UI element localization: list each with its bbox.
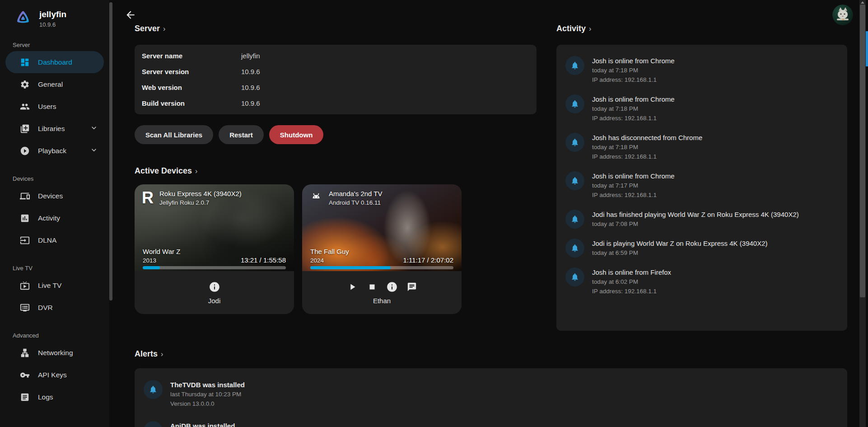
play-icon[interactable] <box>346 281 358 293</box>
activity-title: Josh is online from Chrome <box>592 94 675 104</box>
network-icon <box>20 348 30 358</box>
sidebar-item-networking[interactable]: Networking <box>0 342 109 364</box>
playback-progress-bar[interactable] <box>143 266 286 269</box>
activity-item[interactable]: Jodi has finished playing World War Z on… <box>556 205 847 234</box>
app-version: 10.9.6 <box>39 21 66 28</box>
sidebar-item-dvr[interactable]: DVR <box>0 296 109 319</box>
server-info-label: Build version <box>142 99 241 107</box>
app-title-block: jellyfin 10.9.6 <box>39 9 66 28</box>
now-playing-backdrop: Amanda's 2nd TV Android TV 0.16.11 The F… <box>302 184 462 271</box>
sidebar-item-users[interactable]: Users <box>0 95 109 117</box>
alerts-card: TheTVDB was installed last Thursday at 1… <box>135 368 847 427</box>
client-version: Android TV 0.16.11 <box>329 198 383 207</box>
session-footer: Ethan <box>302 271 462 314</box>
chat-icon[interactable] <box>406 281 418 293</box>
users-icon <box>20 102 30 112</box>
playback-progress-bar[interactable] <box>310 266 453 269</box>
bell-icon <box>565 56 584 75</box>
android-logo <box>309 191 323 204</box>
server-info-value: jellyfin <box>241 52 260 60</box>
bell-icon <box>565 267 584 286</box>
sidebar-item-playback[interactable]: Playback <box>0 140 109 162</box>
sidebar-item-logs[interactable]: Logs <box>0 386 109 408</box>
active-devices-heading[interactable]: Active Devices› <box>135 165 537 177</box>
back-button[interactable] <box>125 9 138 23</box>
jellyfin-logo-icon <box>14 9 33 28</box>
session-footer: Jodi <box>135 271 294 314</box>
activity-item[interactable]: Josh is online from Chrome today at 7:18… <box>556 89 847 128</box>
sidebar-item-label: API Keys <box>38 371 67 379</box>
activity-item[interactable]: Josh has disconnected from Chrome today … <box>556 128 847 166</box>
activity-ip: IP address: 192.168.1.1 <box>592 113 675 123</box>
session-card-roku[interactable]: R Roku Express 4K (3940X2) Jellyfin Roku… <box>135 184 294 314</box>
sidebar-item-general[interactable]: General <box>0 73 109 95</box>
heading-chevron-icon: › <box>163 25 165 33</box>
activity-title: Jodi is playing World War Z on Roku Expr… <box>592 239 768 248</box>
info-icon[interactable] <box>209 281 220 293</box>
server-info-row: Server name jellyfin <box>135 48 537 64</box>
bell-icon <box>565 171 584 190</box>
shutdown-button[interactable]: Shutdown <box>269 125 323 144</box>
page-scrollbar-thumb[interactable] <box>860 5 865 297</box>
devices-icon <box>20 191 30 201</box>
alerts-heading-label: Alerts <box>135 349 158 358</box>
activity-title: Josh is online from Chrome <box>592 171 675 181</box>
play-circle-icon <box>20 146 30 156</box>
bell-icon <box>144 380 163 399</box>
sidebar-scrollbar-thumb[interactable] <box>109 2 112 300</box>
chevron-down-icon[interactable] <box>89 123 98 134</box>
sidebar-item-live-tv[interactable]: Live TV <box>0 274 109 296</box>
activity-item[interactable]: Josh is online from Chrome today at 7:18… <box>556 51 847 89</box>
sidebar-item-label: DLNA <box>38 236 56 244</box>
sidebar-item-dlna[interactable]: DLNA <box>0 229 109 251</box>
server-info-value: 10.9.6 <box>241 84 260 91</box>
alert-item[interactable]: TheTVDB was installed last Thursday at 1… <box>144 376 838 418</box>
activity-item[interactable]: Josh is online from Chrome today at 7:17… <box>556 166 847 205</box>
alert-title: AniDB was installed <box>170 421 235 427</box>
activity-time: today at 7:18 PM <box>592 66 675 75</box>
alerts-heading[interactable]: Alerts› <box>135 348 847 360</box>
session-user: Ethan <box>373 297 391 305</box>
sidebar-item-label: Live TV <box>38 282 61 290</box>
server-info-card: Server name jellyfin Server version 10.9… <box>135 45 537 114</box>
media-title: The Fall Guy <box>310 247 453 256</box>
sidebar-item-libraries[interactable]: Libraries <box>0 117 109 140</box>
restart-button[interactable]: Restart <box>219 125 264 144</box>
activity-column: Activity› Josh is online from Chrome tod… <box>556 23 847 331</box>
activity-title: Josh is online from Firefox <box>592 267 671 277</box>
sidebar-item-dashboard[interactable]: Dashboard <box>5 51 104 73</box>
inner-scrollbar-thumb[interactable] <box>866 31 868 66</box>
scan-all-libraries-button[interactable]: Scan All Libraries <box>135 125 213 144</box>
device-name: Roku Express 4K (3940X2) <box>159 189 242 198</box>
activity-item[interactable]: Jodi is playing World War Z on Roku Expr… <box>556 234 847 263</box>
device-name: Amanda's 2nd TV <box>329 189 383 198</box>
session-controls <box>346 281 418 293</box>
heading-chevron-icon: › <box>589 25 591 33</box>
sidebar-item-activity[interactable]: Activity <box>0 207 109 229</box>
chevron-down-icon[interactable] <box>89 145 98 156</box>
server-info-row: Server version 10.9.6 <box>135 64 537 80</box>
scrollbar-up-arrow-icon[interactable] <box>861 1 864 4</box>
device-name-block: Roku Express 4K (3940X2) Jellyfin Roku 2… <box>159 189 242 207</box>
server-section-heading[interactable]: Server› <box>135 23 537 35</box>
activity-heading[interactable]: Activity› <box>556 23 847 35</box>
activity-item[interactable]: Josh is online from Firefox today at 6:0… <box>556 263 847 301</box>
now-playing-backdrop: R Roku Express 4K (3940X2) Jellyfin Roku… <box>135 184 294 271</box>
activity-title: Josh is online from Chrome <box>592 56 675 66</box>
live-tv-icon <box>20 281 30 291</box>
now-playing-meta: World War Z 2013 13:21 / 1:55:58 <box>143 247 286 264</box>
main-column: Server› Server name jellyfin Server vers… <box>135 23 537 314</box>
stop-icon[interactable] <box>366 281 378 293</box>
session-controls <box>209 281 220 293</box>
alert-item[interactable]: AniDB was installed <box>144 418 838 427</box>
jellyfin-dashboard: jellyfin 10.9.6 Server Dashboard General… <box>0 0 868 427</box>
activity-time: today at 6:59 PM <box>592 248 768 258</box>
playback-time: 13:21 / 1:55:58 <box>241 256 286 264</box>
sidebar-item-api-keys[interactable]: API Keys <box>0 364 109 386</box>
sidebar-item-devices[interactable]: Devices <box>0 185 109 207</box>
bell-icon <box>565 210 584 229</box>
activity-time: today at 7:08 PM <box>592 219 799 229</box>
info-icon[interactable] <box>386 281 398 293</box>
app-brand: jellyfin 10.9.6 <box>0 0 109 28</box>
session-card-androidtv[interactable]: Amanda's 2nd TV Android TV 0.16.11 The F… <box>302 184 462 314</box>
